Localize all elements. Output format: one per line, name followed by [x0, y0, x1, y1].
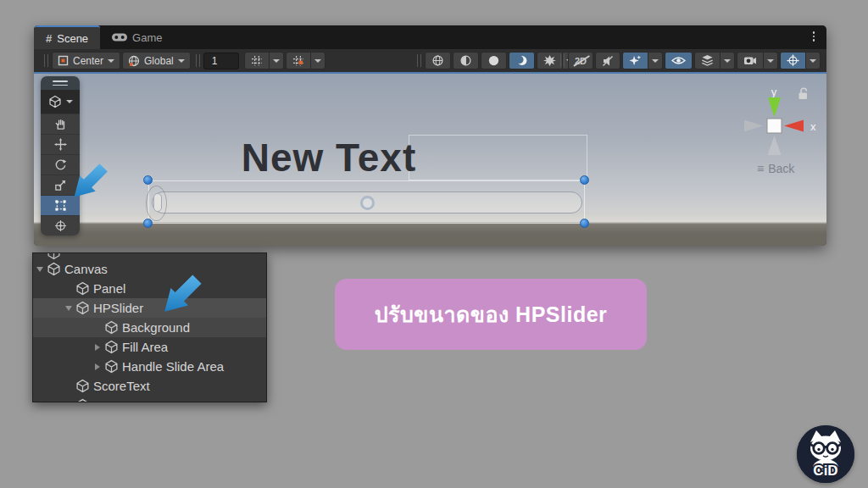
grid-icon — [292, 55, 304, 67]
scene-text-object[interactable]: New Text — [202, 135, 456, 180]
twist-collapsed-icon[interactable] — [91, 344, 104, 351]
move-tool[interactable] — [41, 134, 80, 154]
cube-icon — [104, 359, 119, 374]
gizmo-left-cone[interactable] — [744, 120, 763, 132]
gizmo-center-cube[interactable] — [767, 119, 782, 133]
back-label: Back — [768, 162, 794, 175]
pivot-dropdown[interactable]: Center — [52, 52, 120, 69]
hierarchy-row-canvas[interactable]: Canvas — [33, 259, 266, 279]
hierarchy-row-scoretext[interactable]: ScoreText — [33, 376, 266, 396]
hierarchy-row-background[interactable]: Background — [33, 318, 266, 337]
rect-handle-bottom-right[interactable] — [580, 219, 589, 228]
camera-button[interactable] — [737, 52, 764, 69]
pivot-icon — [58, 55, 69, 66]
tool-settings-dropdown[interactable] — [41, 90, 80, 114]
twist-expanded-icon[interactable] — [62, 306, 75, 311]
hierarchy-item-label: HPSlider — [93, 301, 143, 315]
effects-toggle-button[interactable] — [622, 52, 648, 69]
2d-toggle-button[interactable]: 2D — [568, 52, 593, 69]
unity-editor-window: # Scene Game Center — [34, 25, 826, 246]
audio-mute-button[interactable] — [595, 52, 620, 69]
scale-icon — [54, 179, 67, 191]
tab-game[interactable]: Game — [100, 25, 174, 49]
grid-snap-button[interactable] — [244, 52, 270, 69]
annotation-arrow-rect-tool — [70, 154, 117, 202]
hierarchy-item-label: EventSystem — [93, 398, 168, 402]
grid-snap-dropdown[interactable] — [270, 52, 284, 69]
shaded-mode-button[interactable] — [453, 52, 479, 69]
tab-scene[interactable]: # Scene — [34, 25, 100, 49]
half-shaded-sphere-icon — [459, 54, 472, 67]
cube-icon — [75, 379, 90, 393]
chevron-down-icon — [273, 59, 280, 63]
grid-snap-icon — [251, 55, 263, 67]
back-button[interactable]: ≡ Back — [757, 162, 794, 175]
tab-options-kebab-icon[interactable] — [810, 31, 818, 42]
move-icon — [54, 138, 67, 151]
layers-icon — [701, 54, 714, 67]
gizmo-x-axis-cone[interactable] — [784, 120, 804, 132]
callout-banner: ปรับขนาดของ HPSlider — [335, 279, 647, 350]
chevron-down-icon — [178, 59, 185, 63]
hierarchy-row-hpslider[interactable]: HPSlider — [33, 298, 266, 318]
view-hand-tool[interactable] — [41, 114, 80, 134]
row-indent — [33, 366, 91, 367]
gizmos-dropdown[interactable] — [806, 52, 821, 69]
scene-toolbar: Center Global — [34, 49, 826, 72]
twist-expanded-icon[interactable] — [33, 267, 47, 272]
camera-icon — [743, 55, 757, 66]
grid-dropdown[interactable] — [311, 52, 326, 69]
gizmos-button[interactable] — [780, 52, 806, 69]
hierarchy-item-label: Background — [122, 320, 190, 335]
wireframe-sphere-icon — [431, 54, 444, 67]
gizmo-x-label: x — [810, 120, 816, 133]
hierarchy-item-label: ScoreText — [93, 379, 150, 393]
scene-visibility-button[interactable] — [665, 52, 693, 69]
hierarchy-row-fill-area[interactable]: Fill Area — [33, 337, 266, 357]
slider-fill-ellipse — [146, 186, 167, 221]
moon-toggle-button[interactable] — [509, 52, 535, 69]
toolbar-separator — [196, 54, 200, 67]
hierarchy-row-panel[interactable]: Panel — [33, 279, 266, 298]
hierarchy-row-handle-slide-area[interactable]: Handle Slide Area — [33, 357, 266, 376]
effects-dropdown[interactable] — [648, 52, 663, 69]
orientation-gizmo[interactable]: y x — [742, 82, 826, 163]
lock-icon[interactable] — [799, 88, 808, 99]
transform-tool[interactable] — [41, 215, 80, 236]
slider-handle[interactable] — [360, 196, 375, 210]
lighting-toggle-button[interactable] — [481, 52, 507, 69]
gizmo-y-axis-cone[interactable] — [768, 97, 781, 117]
rect-handle-top-left[interactable] — [143, 175, 153, 185]
gizmo-sphere-icon — [787, 54, 799, 67]
orientation-label: Global — [144, 55, 174, 67]
layers-button[interactable] — [694, 52, 721, 69]
eye-icon — [671, 56, 686, 65]
hierarchy-item-label: Fill Area — [122, 340, 168, 354]
rect-tool-icon — [54, 199, 67, 212]
sparkle-icon — [629, 54, 642, 67]
grid-size-input[interactable] — [203, 53, 239, 69]
annotation-arrow-hpslider — [159, 264, 212, 317]
hierarchy-row-eventsystem[interactable]: EventSystem — [33, 396, 266, 402]
camera-dropdown[interactable] — [764, 52, 778, 69]
grid-visibility-button[interactable] — [286, 52, 311, 69]
hierarchy-item-label: Canvas — [64, 262, 108, 276]
overlay-handle[interactable] — [41, 76, 80, 90]
rect-handle-top-right[interactable] — [580, 175, 589, 185]
stage: # Scene Game Center — [0, 0, 868, 488]
scene-viewport[interactable]: New Text y x — [34, 72, 826, 246]
twist-collapsed-icon[interactable] — [91, 363, 104, 370]
gizmo-down-cone[interactable] — [768, 136, 782, 155]
cube-icon — [75, 281, 90, 296]
pivot-label: Center — [73, 55, 103, 67]
row-indent — [33, 288, 62, 289]
burst-icon — [543, 54, 556, 67]
globe-icon — [128, 55, 140, 67]
layers-dropdown[interactable] — [721, 52, 735, 69]
rect-handle-bottom-left[interactable] — [143, 219, 153, 228]
chevron-down-icon — [66, 100, 73, 103]
row-indent — [33, 308, 62, 308]
shaded-wireframe-button[interactable] — [425, 52, 451, 69]
muted-speaker-icon — [602, 55, 614, 67]
orientation-dropdown[interactable]: Global — [122, 52, 191, 69]
